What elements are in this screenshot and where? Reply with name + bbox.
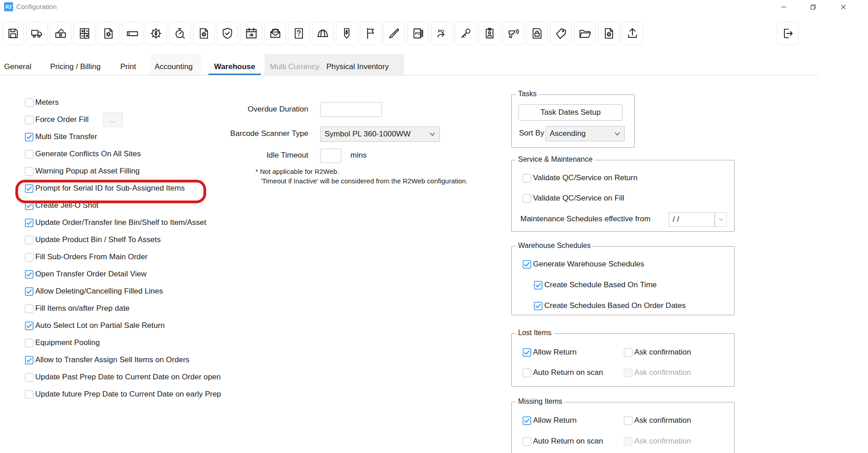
cash-payment-icon xyxy=(54,27,67,40)
po-return-toolbar-button[interactable]: PO xyxy=(431,22,453,45)
truck-toolbar-button[interactable] xyxy=(26,22,48,45)
barcode-scanner-select[interactable]: Symbol PL 360-1000WW xyxy=(320,126,440,142)
checkbox[interactable] xyxy=(624,348,632,357)
checkbox[interactable] xyxy=(25,167,33,176)
upload-toolbar-button[interactable] xyxy=(622,22,643,45)
exit-button[interactable] xyxy=(777,22,798,45)
dollar-tag-toolbar-button[interactable] xyxy=(336,22,358,45)
overdue-duration-input[interactable] xyxy=(320,102,382,117)
canopy-icon xyxy=(316,27,330,40)
shield-check-toolbar-button[interactable] xyxy=(217,22,238,45)
checkbox[interactable] xyxy=(25,270,33,279)
checkbox[interactable] xyxy=(25,150,33,159)
checkbox[interactable] xyxy=(25,236,33,244)
task-dates-setup-button[interactable]: Task Dates Setup xyxy=(519,104,623,121)
document-gear-toolbar-button[interactable] xyxy=(598,22,620,45)
checkbox[interactable] xyxy=(25,201,33,210)
tab-warehouse[interactable]: Warehouse xyxy=(208,60,261,75)
option-row: Update Order/Transfer line Bin/Shelf to … xyxy=(25,214,206,231)
document-gear-toolbar-button[interactable] xyxy=(193,22,215,45)
question-document-toolbar-button[interactable] xyxy=(288,22,310,45)
stopwatch-toolbar-button[interactable] xyxy=(169,22,191,45)
maximize-button[interactable] xyxy=(802,0,823,14)
document-gear-toolbar-button[interactable] xyxy=(98,22,119,45)
dollar-tag-icon xyxy=(340,27,354,40)
tab-physical-inventory[interactable]: Physical Inventory xyxy=(326,60,389,75)
checkbox[interactable] xyxy=(523,174,531,182)
lost-items-legend: Lost Items xyxy=(516,329,554,337)
tag-toolbar-button[interactable] xyxy=(550,22,572,45)
close-button[interactable] xyxy=(833,0,854,14)
option-row: Update Past Prep Date to Current Date on… xyxy=(25,369,221,386)
maintenance-date-dropdown-button[interactable] xyxy=(715,212,727,227)
checkbox[interactable] xyxy=(534,281,542,290)
checkbox[interactable] xyxy=(25,373,33,382)
option-row: Update future Prep Date to Current Date … xyxy=(25,386,221,403)
canopy-toolbar-button[interactable] xyxy=(312,22,334,45)
checkbox[interactable] xyxy=(25,133,33,141)
envelope-toolbar-button[interactable] xyxy=(264,22,286,45)
calculator-toolbar-button[interactable] xyxy=(74,22,95,45)
check-icon xyxy=(26,323,32,328)
sort-by-label: Sort By xyxy=(519,129,544,138)
checkbox[interactable] xyxy=(25,116,33,124)
paintbrush-toolbar-button[interactable] xyxy=(383,22,405,45)
sort-by-select[interactable]: Ascending xyxy=(545,126,625,141)
maintenance-date-input[interactable]: / / xyxy=(669,212,715,227)
checkbox-label: Auto Select Lot on Partial Sale Return xyxy=(35,321,165,330)
tab-pricing-billing[interactable]: Pricing / Billing xyxy=(50,60,101,75)
checkbox[interactable] xyxy=(25,98,33,107)
checkbox[interactable] xyxy=(523,194,531,203)
po-document-toolbar-button[interactable]: PO xyxy=(407,22,429,45)
calendar-arrow-toolbar-button[interactable] xyxy=(241,22,262,45)
tab-print[interactable]: Print xyxy=(120,60,136,75)
flag-icon xyxy=(364,27,377,40)
key-toolbar-button[interactable] xyxy=(455,22,476,45)
checkbox[interactable] xyxy=(25,356,33,364)
tab-accounting[interactable]: Accounting xyxy=(155,60,193,75)
option-row: Auto Return on scanAsk confirmation xyxy=(512,364,734,381)
tab-general[interactable]: General xyxy=(4,60,31,75)
checkbox[interactable] xyxy=(25,287,33,296)
checkbox[interactable] xyxy=(523,260,531,269)
checkbox[interactable] xyxy=(25,339,33,347)
checkbox[interactable] xyxy=(25,322,33,330)
checkbox[interactable] xyxy=(523,348,531,357)
checkbox[interactable] xyxy=(523,369,531,377)
tag-icon xyxy=(554,27,568,40)
option-row: Auto Return on scanAsk confirmation xyxy=(512,433,734,450)
folder-toolbar-button[interactable] xyxy=(574,22,596,45)
check-icon xyxy=(26,203,32,208)
lock-document-toolbar-button[interactable] xyxy=(526,22,548,45)
ellipsis-button[interactable]: ... xyxy=(103,112,123,127)
warehouse-schedules-legend: Warehouse Schedules xyxy=(516,242,593,250)
checkbox[interactable] xyxy=(25,304,33,313)
checkbox-label: Validate QC/Service on Return xyxy=(533,173,637,182)
app-logo: R2 xyxy=(4,2,13,11)
checkbox-label: Meters xyxy=(35,98,59,107)
checkbox[interactable] xyxy=(25,184,33,193)
checkbox[interactable] xyxy=(523,437,531,446)
checkbox-label: Ask confirmation xyxy=(634,416,691,425)
checkbox[interactable] xyxy=(25,219,33,227)
option-row: Validate QC/Service on Return xyxy=(523,169,637,187)
text-field-toolbar-button[interactable] xyxy=(122,22,143,45)
checkbox[interactable] xyxy=(534,302,542,310)
checkbox[interactable] xyxy=(25,253,33,262)
cash-payment-toolbar-button[interactable] xyxy=(50,22,71,45)
gear-dollar-toolbar-button[interactable] xyxy=(145,22,167,45)
checkbox[interactable] xyxy=(523,416,531,425)
overdue-duration-label: Overdue Duration xyxy=(172,105,308,114)
checkbox[interactable] xyxy=(25,390,33,399)
idle-timeout-input[interactable] xyxy=(320,149,341,163)
minimize-icon xyxy=(780,3,788,11)
save-toolbar-button[interactable] xyxy=(2,22,24,45)
text-field-icon xyxy=(126,27,139,40)
barcode-scanner-toolbar-button[interactable] xyxy=(503,22,524,45)
maximize-icon xyxy=(809,3,817,11)
id-badge-toolbar-button[interactable] xyxy=(479,22,500,45)
minimize-button[interactable] xyxy=(773,0,794,14)
checkbox[interactable] xyxy=(624,416,632,425)
checkbox-label: Create Schedule Based On Time xyxy=(544,280,657,290)
flag-toolbar-button[interactable] xyxy=(360,22,382,45)
